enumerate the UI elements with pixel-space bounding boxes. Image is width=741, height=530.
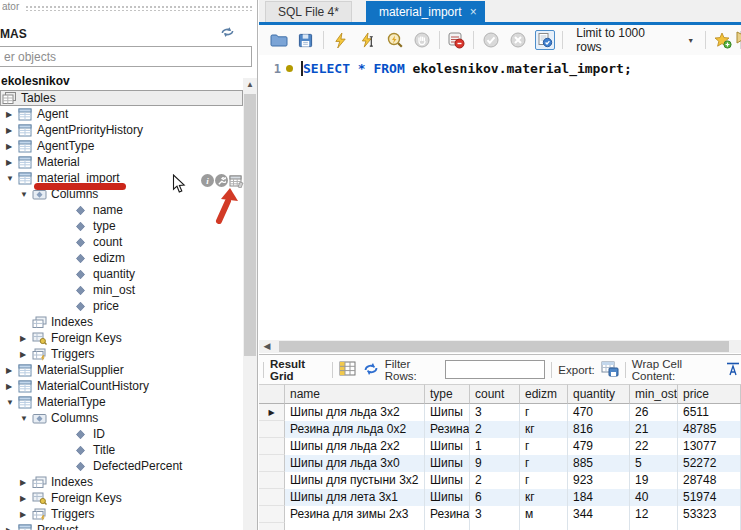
execute-query-button[interactable] — [331, 30, 351, 50]
tree-item-count[interactable]: count — [0, 234, 243, 250]
grid-cell[interactable]: Шипы — [425, 438, 470, 455]
grid-cell[interactable]: кг — [520, 489, 568, 506]
tree-item-min-ost[interactable]: min_ost — [0, 282, 243, 298]
tree-item-foreign-keys[interactable]: ▶Foreign Keys — [0, 490, 243, 506]
grid-cell[interactable]: Шипы — [425, 455, 470, 472]
filter-objects-input[interactable] — [0, 46, 252, 67]
tree-item-material[interactable]: ▶Material — [0, 154, 243, 170]
grid-cell[interactable]: Резина — [425, 506, 470, 523]
refresh-schemas-icon[interactable] — [220, 24, 235, 42]
grid-cell[interactable]: Резина для зимы 2x3 — [285, 506, 425, 523]
export-button[interactable] — [601, 361, 619, 379]
grid-cell[interactable]: Резина — [425, 421, 470, 438]
toggle-autocommit-button[interactable] — [535, 30, 555, 50]
scroll-up-icon[interactable]: ▲ — [243, 78, 257, 92]
grid-cell[interactable]: г — [520, 404, 568, 421]
grid-cell[interactable]: 28748 — [678, 472, 741, 489]
chevron-right-icon[interactable]: ▶ — [6, 382, 18, 391]
tree-item-agenttype[interactable]: ▶AgentType — [0, 138, 243, 154]
grid-cell[interactable]: 5 — [630, 455, 678, 472]
grid-cell[interactable]: 2 — [470, 472, 520, 489]
chevron-down-icon[interactable]: ▼ — [20, 414, 32, 423]
grid-cell[interactable]: 40 — [630, 489, 678, 506]
chevron-down-icon[interactable]: ▼ — [20, 190, 32, 199]
grid-cell[interactable]: Шипы — [425, 404, 470, 421]
grid-cell[interactable]: 885 — [568, 455, 630, 472]
grid-cell[interactable]: 470 — [568, 404, 630, 421]
row-marker[interactable] — [259, 523, 285, 530]
row-marker[interactable] — [259, 421, 285, 438]
tree-item-indexes[interactable]: ▶Indexes — [0, 474, 243, 490]
tree-item-product[interactable]: ▶Product — [0, 522, 243, 530]
tree-item-triggers[interactable]: ▶Triggers — [0, 506, 243, 522]
grid-cell[interactable]: 6511 — [678, 404, 741, 421]
grid-cell[interactable]: Шипы для льда 3x2 — [285, 404, 425, 421]
grid-cell[interactable]: Шипы для лета 3x1 — [285, 489, 425, 506]
tab-sql-file-4[interactable]: SQL File 4* — [265, 1, 352, 22]
grid-cell[interactable]: 51974 — [678, 489, 741, 506]
grid-cell[interactable]: 923 — [568, 472, 630, 489]
close-tab-icon[interactable]: × — [470, 5, 477, 19]
grid-cell[interactable]: Резина для льда 0x2 — [285, 421, 425, 438]
grid-cell[interactable]: 48785 — [678, 421, 741, 438]
tree-item-defectedpercent[interactable]: DefectedPercent — [0, 458, 243, 474]
grid-cell[interactable]: 184 — [568, 489, 630, 506]
tree-item-indexes[interactable]: Indexes — [0, 314, 243, 330]
grid-cell[interactable]: 3 — [470, 404, 520, 421]
filter-rows-input[interactable] — [445, 360, 545, 379]
chevron-down-icon[interactable]: ▼ — [6, 398, 18, 407]
grid-cell[interactable]: Шипы — [425, 472, 470, 489]
grid-cell[interactable]: 1 — [470, 438, 520, 455]
chevron-down-icon[interactable]: ▼ — [6, 174, 18, 183]
tree-item-id[interactable]: ID — [0, 426, 243, 442]
tree-item-type[interactable]: type — [0, 218, 243, 234]
tree-item-materialsupplier[interactable]: ▶MaterialSupplier — [0, 362, 243, 378]
explain-plan-button[interactable] — [385, 30, 405, 50]
grid-cell[interactable]: г — [520, 455, 568, 472]
chevron-right-icon[interactable]: ▶ — [6, 110, 18, 119]
toggle-stop-on-error-button[interactable] — [447, 30, 467, 50]
chevron-right-icon[interactable]: ▶ — [20, 494, 32, 503]
chevron-right-icon[interactable]: ▶ — [6, 142, 18, 151]
tree-item-title[interactable]: Title — [0, 442, 243, 458]
scroll-left-icon[interactable]: ◀ — [259, 340, 275, 353]
grid-cell[interactable]: 26 — [630, 404, 678, 421]
scrollbar-thumb[interactable] — [279, 341, 729, 352]
grid-cell[interactable]: м — [520, 506, 568, 523]
grid-cell[interactable]: г — [520, 438, 568, 455]
grid-cell[interactable]: кг — [520, 421, 568, 438]
editor-horizontal-scrollbar[interactable]: ◀ — [259, 340, 741, 353]
grid-cell[interactable]: 479 — [568, 438, 630, 455]
chevron-right-icon[interactable]: ▶ — [20, 334, 32, 343]
tree-item-triggers[interactable]: ▶Triggers — [0, 346, 243, 362]
tree-item-columns[interactable]: ▼Columns — [0, 410, 243, 426]
grid-cell[interactable]: г — [520, 472, 568, 489]
grid-cell[interactable]: Шипы — [425, 489, 470, 506]
tree-item-materialtype[interactable]: ▼MaterialType — [0, 394, 243, 410]
tree-item-agent[interactable]: ▶Agent — [0, 106, 243, 122]
save-snippet-button[interactable] — [713, 30, 733, 50]
stop-query-button[interactable] — [412, 30, 432, 50]
chevron-right-icon[interactable]: ▶ — [6, 158, 18, 167]
row-marker[interactable] — [259, 506, 285, 523]
tree-item-materialcounthistory[interactable]: ▶MaterialCountHistory — [0, 378, 243, 394]
row-marker[interactable] — [259, 489, 285, 506]
tree-item-agentpriorityhistory[interactable]: ▶AgentPriorityHistory — [0, 122, 243, 138]
open-file-button[interactable] — [269, 30, 289, 50]
current-row-marker-icon[interactable]: ▶ — [259, 404, 285, 421]
grid-cell[interactable]: 6 — [470, 489, 520, 506]
row-marker[interactable] — [259, 455, 285, 472]
grid-view-icon[interactable] — [339, 361, 357, 379]
row-marker[interactable] — [259, 438, 285, 455]
grid-cell[interactable]: 13077 — [678, 438, 741, 455]
scrollbar-thumb[interactable] — [244, 94, 256, 356]
sql-editor[interactable]: 1 SELECT * FROM ekolesnikov.material_imp… — [259, 55, 741, 340]
wrap-cell-content-button[interactable] — [725, 362, 741, 378]
grid-cell[interactable]: 53323 — [678, 506, 741, 523]
grid-cell[interactable]: 12 — [630, 506, 678, 523]
grid-cell[interactable]: 2 — [470, 421, 520, 438]
tree-item-name[interactable]: name — [0, 202, 243, 218]
grid-cell[interactable]: 19 — [630, 472, 678, 489]
row-marker[interactable] — [259, 472, 285, 489]
chevron-right-icon[interactable]: ▶ — [20, 510, 32, 519]
